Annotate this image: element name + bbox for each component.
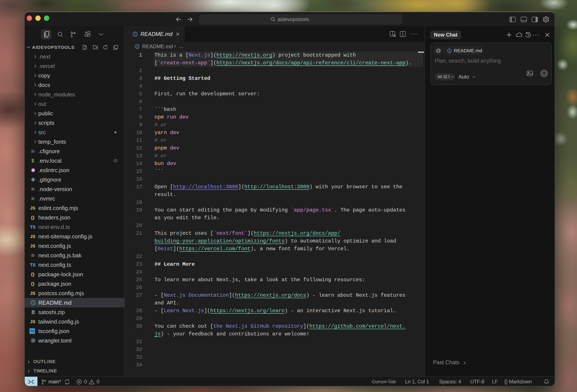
svg-text:i: i	[449, 49, 450, 52]
svg-text:i: i	[135, 32, 136, 36]
svg-text:i: i	[137, 45, 138, 48]
svg-text:i: i	[33, 301, 34, 304]
